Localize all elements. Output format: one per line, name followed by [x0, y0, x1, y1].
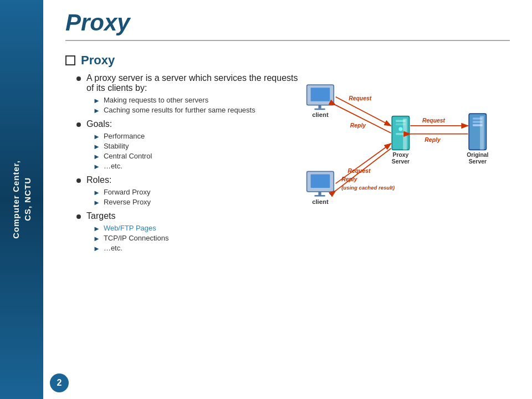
sub-list-3: ► Forward Proxy ► Reverse Proxy	[93, 188, 298, 207]
sub-item-forward-proxy: ► Forward Proxy	[93, 188, 298, 197]
sub-item-1-1: ► Making requests to other servers	[93, 96, 298, 105]
sub-arrow-icon: ►	[93, 96, 100, 105]
sub-text-forward-proxy: Forward Proxy	[104, 188, 151, 196]
svg-text:Reply: Reply	[341, 176, 358, 182]
sub-arrow-icon: ►	[93, 188, 100, 197]
right-column: client client Proxy Serve	[298, 53, 510, 393]
sub-text-tcp-ip: TCP/IP Connections	[104, 234, 169, 242]
bullet-dot-1	[76, 76, 81, 81]
svg-text:Proxy: Proxy	[392, 152, 408, 158]
svg-text:Server: Server	[392, 158, 410, 165]
bullet-text-1: A proxy server is a server which service…	[86, 73, 298, 93]
sidebar-text: Computer Center, CS, NCTU	[10, 160, 33, 239]
checkbox-heading: Proxy	[65, 53, 298, 68]
sub-arrow-icon: ►	[93, 142, 100, 151]
sub-item-2-3: ► Central Control	[93, 152, 298, 161]
svg-rect-7	[318, 192, 321, 195]
svg-text:Reply: Reply	[424, 137, 441, 143]
network-diagram: client client Proxy Serve	[298, 59, 510, 236]
sub-arrow-icon: ►	[93, 244, 100, 253]
svg-line-27	[336, 105, 391, 133]
bullet-section-2: Goals: ► Performance ► Stability ► Centr…	[76, 119, 298, 171]
svg-text:client: client	[312, 198, 329, 205]
sub-text-1-2: Caching some results for further same re…	[104, 106, 255, 114]
svg-rect-3	[315, 109, 325, 110]
sub-arrow-icon: ►	[93, 198, 100, 207]
svg-text:Reply: Reply	[350, 122, 367, 129]
svg-text:(using cached result): (using cached result)	[341, 185, 395, 191]
bullet-section-1: A proxy server is a server which service…	[76, 73, 298, 115]
content-area: Proxy A proxy server is a server which s…	[43, 47, 532, 399]
svg-rect-8	[315, 195, 325, 197]
sub-text-etc-goals: …etc.	[104, 162, 122, 170]
sub-text-stability: Stability	[104, 142, 129, 150]
bullet-item-1: A proxy server is a server which service…	[76, 73, 298, 93]
svg-rect-2	[318, 105, 321, 109]
bullet-text-targets: Targets	[86, 211, 115, 221]
bullet-item-3: Roles:	[76, 175, 298, 185]
sub-item-2-4: ► …etc.	[93, 162, 298, 171]
svg-text:Request: Request	[349, 95, 372, 101]
svg-rect-22	[480, 116, 484, 150]
sub-list-2: ► Performance ► Stability ► Central Cont…	[93, 132, 298, 171]
sub-item-2-2: ► Stability	[93, 142, 298, 151]
sub-item-tcp-ip: ► TCP/IP Connections	[93, 234, 298, 243]
sub-item-reverse-proxy: ► Reverse Proxy	[93, 198, 298, 207]
sub-text-central-control: Central Control	[104, 152, 152, 160]
sub-list-4: ► Web/FTP Pages ► TCP/IP Connections ► ……	[93, 224, 298, 253]
sub-text-1-1: Making requests to other servers	[104, 96, 208, 104]
checkbox-icon	[65, 55, 75, 65]
slide-title: Proxy	[65, 10, 510, 35]
bullet-item-4: Targets	[76, 211, 298, 221]
svg-text:Request: Request	[422, 117, 446, 124]
sub-item-etc-targets: ► …etc.	[93, 244, 298, 253]
left-column: Proxy A proxy server is a server which s…	[65, 53, 298, 393]
bullet-text-roles: Roles:	[86, 175, 111, 185]
svg-rect-1	[311, 88, 330, 101]
svg-rect-15	[403, 119, 407, 150]
slide-number: 2	[50, 374, 69, 392]
sub-text-performance: Performance	[104, 132, 145, 140]
svg-text:Original: Original	[467, 152, 488, 158]
bullet-section-4: Targets ► Web/FTP Pages ► TCP/IP Connect…	[76, 211, 298, 253]
bullet-item-2: Goals:	[76, 119, 298, 129]
sub-item-web-ftp: ► Web/FTP Pages	[93, 224, 298, 233]
sub-arrow-icon: ►	[93, 106, 100, 115]
sub-text-etc-targets: …etc.	[104, 244, 122, 252]
title-area: Proxy	[43, 0, 532, 47]
svg-point-13	[398, 127, 402, 131]
slide-main: Proxy Proxy A proxy server is a server w…	[43, 0, 532, 399]
sub-arrow-icon: ►	[93, 152, 100, 161]
sub-arrow-icon: ►	[93, 162, 100, 171]
sub-arrow-icon: ►	[93, 132, 100, 141]
bullet-dot-3	[76, 178, 81, 183]
sub-text-reverse-proxy: Reverse Proxy	[104, 198, 151, 206]
bullet-dot-2	[76, 122, 81, 127]
sub-text-web-ftp: Web/FTP Pages	[104, 224, 156, 232]
bullet-text-2: Goals:	[86, 119, 112, 129]
sub-arrow-icon: ►	[93, 224, 100, 233]
svg-text:client: client	[312, 111, 329, 118]
title-divider	[65, 40, 510, 41]
sub-item-1-2: ► Caching some results for further same …	[93, 106, 298, 115]
svg-text:Server: Server	[469, 158, 487, 165]
svg-rect-6	[311, 175, 330, 188]
sub-arrow-icon: ►	[93, 234, 100, 243]
sub-list-1: ► Making requests to other servers ► Cac…	[93, 96, 298, 115]
diagram-svg: client client Proxy Serve	[298, 59, 510, 236]
sidebar: Computer Center, CS, NCTU	[0, 0, 43, 399]
section-heading: Proxy	[81, 53, 115, 68]
bullet-dot-4	[76, 214, 81, 219]
bullet-section-3: Roles: ► Forward Proxy ► Reverse Proxy	[76, 175, 298, 207]
sub-item-2-1: ► Performance	[93, 132, 298, 141]
